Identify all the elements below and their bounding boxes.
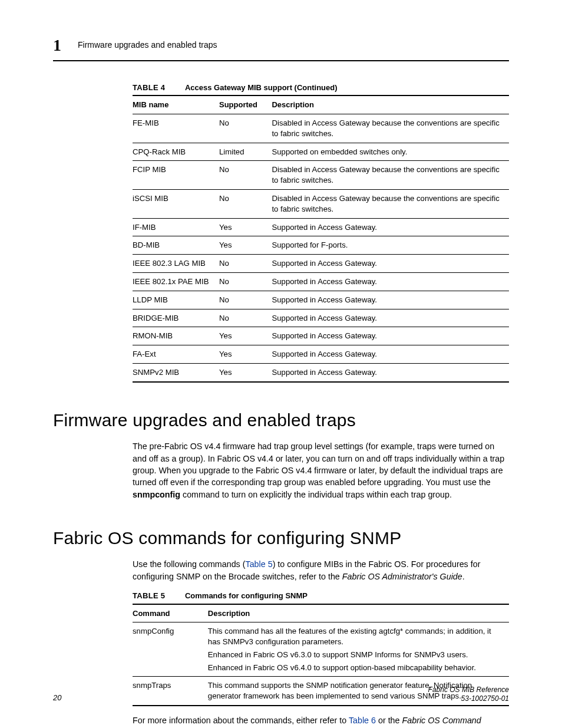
table-row: iSCSI MIBNoDisabled in Access Gateway be… [133, 189, 509, 218]
supported-cell: No [219, 309, 272, 327]
doc-id: 53-1002750-01 [428, 694, 509, 703]
description-line: This command has all the features of the… [208, 626, 504, 647]
chapter-number: 1 [53, 34, 61, 57]
doc-title: Fabric OS MIB Reference [428, 686, 509, 694]
table5-link[interactable]: Table 5 [246, 559, 273, 569]
doc-info: Fabric OS MIB Reference 53-1002750-01 [428, 686, 509, 703]
table-row: BRIDGE-MIBNoSupported in Access Gateway. [133, 309, 509, 327]
table4: MIB name Supported Description FE-MIBNoD… [133, 95, 509, 383]
table5-col-command: Command [133, 604, 208, 622]
description-cell: Supported in Access Gateway. [272, 309, 509, 327]
section-heading-commands: Fabric OS commands for configuring SNMP [53, 526, 509, 551]
supported-cell: No [219, 114, 272, 143]
supported-cell: Yes [219, 364, 272, 382]
section2-intro: Use the following commands (Table 5) to … [133, 558, 509, 582]
description-cell: Supported in Access Gateway. [272, 327, 509, 345]
table4-col-supported: Supported [219, 95, 272, 114]
section1-text-a: The pre-Fabric OS v4.4 firmware had trap… [133, 442, 504, 487]
table-row: snmpConfigThis command has all the featu… [133, 622, 509, 677]
table-row: FCIP MIBNoDisabled in Access Gateway bec… [133, 161, 509, 190]
description-line: Enhanced in Fabric OS v6.4.0 to support … [208, 663, 504, 673]
page-number: 20 [53, 693, 61, 703]
supported-cell: Yes [219, 327, 272, 345]
mib-name-cell: FE-MIB [133, 114, 219, 143]
snmpconfig-command: snmpconfig [133, 490, 180, 499]
mib-name-cell: FCIP MIB [133, 161, 219, 190]
section1-text-b: command to turn on explicitly the indivi… [180, 490, 452, 499]
table-row: IEEE 802.3 LAG MIBNoSupported in Access … [133, 255, 509, 273]
supported-cell: No [219, 273, 272, 291]
description-cell: Supported in Access Gateway. [272, 255, 509, 273]
table5-col-description: Description [208, 604, 509, 622]
mib-name-cell: SNMPv2 MIB [133, 364, 219, 382]
mib-name-cell: IEEE 802.1x PAE MIB [133, 273, 219, 291]
mib-name-cell: BD-MIB [133, 236, 219, 255]
page-footer: 20 Fabric OS MIB Reference 53-1002750-01 [53, 686, 509, 703]
table4-header-row: MIB name Supported Description [133, 95, 509, 114]
supported-cell: No [219, 255, 272, 273]
table-row: SNMPv2 MIBYesSupported in Access Gateway… [133, 364, 509, 382]
table5-header-row: Command Description [133, 604, 509, 622]
table-row: CPQ-Rack MIBLimitedSupported on embedded… [133, 143, 509, 161]
supported-cell: Yes [219, 236, 272, 255]
supported-cell: No [219, 291, 272, 309]
supported-cell: No [219, 189, 272, 218]
table4-caption: TABLE 4 Access Gateway MIB support (Cont… [133, 83, 509, 93]
description-cell: Supported in Access Gateway. [272, 273, 509, 291]
admin-guide-ref: Fabric OS Administrator's Guide [342, 572, 462, 581]
mib-name-cell: IEEE 802.3 LAG MIB [133, 255, 219, 273]
description-cell: Disabled in Access Gateway because the c… [272, 161, 509, 190]
running-title: Firmware upgrades and enabled traps [78, 39, 217, 51]
mib-name-cell: LLDP MIB [133, 291, 219, 309]
table5-caption: TABLE 5 Commands for configuring SNMP [133, 591, 509, 601]
table5-label: TABLE 5 [133, 591, 165, 600]
description-cell: This command has all the features of the… [208, 622, 509, 677]
supported-cell: Yes [219, 218, 272, 236]
table-row: IF-MIBYesSupported in Access Gateway. [133, 218, 509, 236]
supported-cell: Limited [219, 143, 272, 161]
description-cell: Supported in Access Gateway. [272, 291, 509, 309]
section2-intro-c: . [462, 572, 465, 581]
table6-link[interactable]: Table 6 [349, 716, 376, 725]
description-cell: Supported in Access Gateway. [272, 364, 509, 382]
closing-b: or the [376, 716, 402, 725]
running-header: 1 Firmware upgrades and enabled traps [53, 34, 509, 57]
page: 1 Firmware upgrades and enabled traps TA… [0, 0, 562, 728]
description-cell: Supported on embedded switches only. [272, 143, 509, 161]
table-row: RMON-MIBYesSupported in Access Gateway. [133, 327, 509, 345]
table-row: LLDP MIBNoSupported in Access Gateway. [133, 291, 509, 309]
section2-intro-a: Use the following commands ( [133, 559, 246, 569]
table4-title: Access Gateway MIB support (Continued) [185, 83, 338, 92]
supported-cell: Yes [219, 345, 272, 364]
table4-col-description: Description [272, 95, 509, 114]
mib-name-cell: CPQ-Rack MIB [133, 143, 219, 161]
header-rule [53, 60, 509, 61]
command-cell: snmpConfig [133, 622, 208, 677]
section1-body: The pre-Fabric OS v4.4 firmware had trap… [133, 440, 509, 500]
table-row: FA-ExtYesSupported in Access Gateway. [133, 345, 509, 364]
description-cell: Supported for F-ports. [272, 236, 509, 255]
closing-a: For more information about the commands,… [133, 716, 349, 725]
table4-block: TABLE 4 Access Gateway MIB support (Cont… [133, 83, 509, 383]
mib-name-cell: RMON-MIB [133, 327, 219, 345]
table-row: FE-MIBNoDisabled in Access Gateway becau… [133, 114, 509, 143]
table4-label: TABLE 4 [133, 83, 165, 92]
description-cell: Supported in Access Gateway. [272, 345, 509, 364]
description-cell: Disabled in Access Gateway because the c… [272, 114, 509, 143]
mib-name-cell: BRIDGE-MIB [133, 309, 219, 327]
description-cell: Disabled in Access Gateway because the c… [272, 189, 509, 218]
table-row: BD-MIBYesSupported for F-ports. [133, 236, 509, 255]
description-cell: Supported in Access Gateway. [272, 218, 509, 236]
mib-name-cell: IF-MIB [133, 218, 219, 236]
section-heading-firmware: Firmware upgrades and enabled traps [53, 409, 509, 433]
closing-paragraph: For more information about the commands,… [133, 714, 509, 728]
table-row: IEEE 802.1x PAE MIBNoSupported in Access… [133, 273, 509, 291]
mib-name-cell: iSCSI MIB [133, 189, 219, 218]
table5-title: Commands for configuring SNMP [185, 591, 308, 600]
description-line: Enhanced in Fabric OS v6.3.0 to support … [208, 650, 504, 660]
supported-cell: No [219, 161, 272, 190]
mib-name-cell: FA-Ext [133, 345, 219, 364]
table4-col-mibname: MIB name [133, 95, 219, 114]
